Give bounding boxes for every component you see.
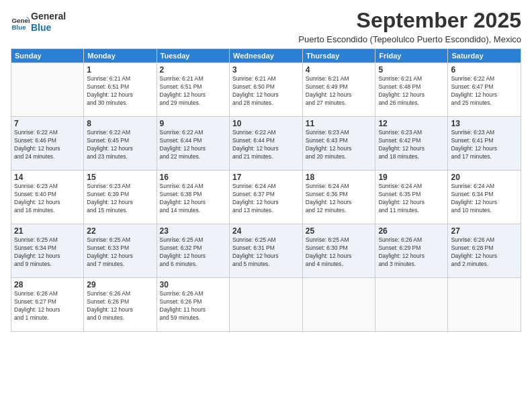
- logo-line2: Blue: [31, 22, 66, 34]
- day-number: 12: [378, 119, 445, 128]
- table-row: 13Sunrise: 6:23 AM Sunset: 6:41 PM Dayli…: [448, 117, 521, 171]
- day-info: Sunrise: 6:25 AM Sunset: 6:34 PM Dayligh…: [14, 236, 81, 269]
- day-number: 20: [451, 173, 518, 182]
- day-number: 7: [14, 119, 81, 128]
- day-number: 6: [451, 65, 518, 75]
- day-number: 23: [160, 226, 226, 236]
- day-info: Sunrise: 6:21 AM Sunset: 6:51 PM Dayligh…: [87, 75, 153, 107]
- day-info: Sunrise: 6:23 AM Sunset: 6:43 PM Dayligh…: [306, 129, 373, 161]
- table-row: [229, 278, 302, 332]
- day-info: Sunrise: 6:25 AM Sunset: 6:30 PM Dayligh…: [306, 236, 373, 269]
- day-number: 4: [306, 65, 373, 75]
- day-info: Sunrise: 6:25 AM Sunset: 6:32 PM Dayligh…: [160, 236, 226, 269]
- day-info: Sunrise: 6:21 AM Sunset: 6:49 PM Dayligh…: [306, 75, 373, 107]
- calendar-week-row: 7Sunrise: 6:22 AM Sunset: 6:46 PM Daylig…: [11, 117, 521, 171]
- day-info: Sunrise: 6:24 AM Sunset: 6:36 PM Dayligh…: [306, 183, 373, 215]
- day-info: Sunrise: 6:24 AM Sunset: 6:37 PM Dayligh…: [232, 183, 300, 215]
- table-row: 5Sunrise: 6:21 AM Sunset: 6:48 PM Daylig…: [375, 63, 448, 117]
- day-info: Sunrise: 6:26 AM Sunset: 6:26 PM Dayligh…: [87, 290, 153, 322]
- logo: General Blue General Blue: [11, 11, 66, 34]
- day-number: 10: [232, 119, 300, 128]
- table-row: 20Sunrise: 6:24 AM Sunset: 6:34 PM Dayli…: [448, 171, 521, 224]
- table-row: 16Sunrise: 6:24 AM Sunset: 6:38 PM Dayli…: [157, 171, 229, 224]
- table-row: 8Sunrise: 6:22 AM Sunset: 6:45 PM Daylig…: [84, 117, 157, 171]
- day-info: Sunrise: 6:22 AM Sunset: 6:44 PM Dayligh…: [232, 129, 300, 161]
- day-info: Sunrise: 6:26 AM Sunset: 6:26 PM Dayligh…: [160, 290, 226, 322]
- table-row: [11, 63, 84, 117]
- day-number: 9: [160, 119, 226, 128]
- table-row: 29Sunrise: 6:26 AM Sunset: 6:26 PM Dayli…: [84, 278, 157, 332]
- table-row: [375, 278, 448, 332]
- svg-text:Blue: Blue: [11, 24, 26, 31]
- table-row: 11Sunrise: 6:23 AM Sunset: 6:43 PM Dayli…: [302, 117, 375, 171]
- table-row: 24Sunrise: 6:25 AM Sunset: 6:31 PM Dayli…: [229, 224, 302, 278]
- header-monday: Monday: [84, 49, 157, 63]
- day-number: 30: [160, 280, 226, 289]
- day-number: 25: [306, 226, 373, 236]
- table-row: 18Sunrise: 6:24 AM Sunset: 6:36 PM Dayli…: [302, 171, 375, 224]
- calendar-week-row: 21Sunrise: 6:25 AM Sunset: 6:34 PM Dayli…: [11, 224, 521, 278]
- day-info: Sunrise: 6:21 AM Sunset: 6:48 PM Dayligh…: [378, 75, 445, 107]
- table-row: 27Sunrise: 6:26 AM Sunset: 6:28 PM Dayli…: [448, 224, 521, 278]
- logo-icon: General Blue: [11, 13, 30, 32]
- day-info: Sunrise: 6:25 AM Sunset: 6:33 PM Dayligh…: [87, 236, 153, 269]
- day-info: Sunrise: 6:23 AM Sunset: 6:42 PM Dayligh…: [378, 129, 445, 161]
- day-info: Sunrise: 6:26 AM Sunset: 6:29 PM Dayligh…: [378, 236, 445, 269]
- header-tuesday: Tuesday: [157, 49, 229, 63]
- table-row: 23Sunrise: 6:25 AM Sunset: 6:32 PM Dayli…: [157, 224, 229, 278]
- table-row: 17Sunrise: 6:24 AM Sunset: 6:37 PM Dayli…: [229, 171, 302, 224]
- day-info: Sunrise: 6:21 AM Sunset: 6:50 PM Dayligh…: [232, 75, 300, 107]
- day-number: 16: [160, 173, 226, 182]
- day-number: 14: [14, 173, 81, 182]
- day-info: Sunrise: 6:23 AM Sunset: 6:41 PM Dayligh…: [451, 129, 518, 161]
- day-info: Sunrise: 6:23 AM Sunset: 6:39 PM Dayligh…: [87, 183, 153, 215]
- table-row: [302, 278, 375, 332]
- day-number: 22: [87, 226, 153, 236]
- day-info: Sunrise: 6:26 AM Sunset: 6:27 PM Dayligh…: [14, 290, 81, 322]
- day-number: 1: [87, 65, 153, 75]
- header-sunday: Sunday: [11, 49, 84, 63]
- calendar-header-row: Sunday Monday Tuesday Wednesday Thursday…: [11, 49, 521, 63]
- day-info: Sunrise: 6:24 AM Sunset: 6:35 PM Dayligh…: [378, 183, 445, 215]
- location-subtitle: Puerto Escondido (Tepeolulco Puerto Esco…: [298, 34, 521, 44]
- day-info: Sunrise: 6:25 AM Sunset: 6:31 PM Dayligh…: [232, 236, 300, 269]
- day-number: 5: [378, 65, 445, 75]
- header-friday: Friday: [375, 49, 448, 63]
- day-info: Sunrise: 6:22 AM Sunset: 6:47 PM Dayligh…: [451, 75, 518, 107]
- table-row: 26Sunrise: 6:26 AM Sunset: 6:29 PM Dayli…: [375, 224, 448, 278]
- table-row: 25Sunrise: 6:25 AM Sunset: 6:30 PM Dayli…: [302, 224, 375, 278]
- table-row: [448, 278, 521, 332]
- title-section: September 2025 Puerto Escondido (Tepeolu…: [298, 8, 521, 44]
- day-number: 17: [232, 173, 300, 182]
- day-info: Sunrise: 6:22 AM Sunset: 6:45 PM Dayligh…: [87, 129, 153, 161]
- table-row: 7Sunrise: 6:22 AM Sunset: 6:46 PM Daylig…: [11, 117, 84, 171]
- day-info: Sunrise: 6:21 AM Sunset: 6:51 PM Dayligh…: [160, 75, 226, 107]
- table-row: 9Sunrise: 6:22 AM Sunset: 6:44 PM Daylig…: [157, 117, 229, 171]
- day-number: 15: [87, 173, 153, 182]
- day-info: Sunrise: 6:22 AM Sunset: 6:44 PM Dayligh…: [160, 129, 226, 161]
- calendar-week-row: 28Sunrise: 6:26 AM Sunset: 6:27 PM Dayli…: [11, 278, 521, 332]
- table-row: 12Sunrise: 6:23 AM Sunset: 6:42 PM Dayli…: [375, 117, 448, 171]
- month-title: September 2025: [298, 8, 521, 33]
- day-info: Sunrise: 6:24 AM Sunset: 6:38 PM Dayligh…: [160, 183, 226, 215]
- table-row: 2Sunrise: 6:21 AM Sunset: 6:51 PM Daylig…: [157, 63, 229, 117]
- day-number: 11: [306, 119, 373, 128]
- table-row: 28Sunrise: 6:26 AM Sunset: 6:27 PM Dayli…: [11, 278, 84, 332]
- calendar-week-row: 1Sunrise: 6:21 AM Sunset: 6:51 PM Daylig…: [11, 63, 521, 117]
- page-header: General Blue General Blue September 2025…: [11, 8, 521, 44]
- header-thursday: Thursday: [302, 49, 375, 63]
- header-saturday: Saturday: [448, 49, 521, 63]
- table-row: 19Sunrise: 6:24 AM Sunset: 6:35 PM Dayli…: [375, 171, 448, 224]
- day-number: 2: [160, 65, 226, 75]
- logo-line1: General: [31, 11, 66, 22]
- day-number: 13: [451, 119, 518, 128]
- day-number: 3: [232, 65, 300, 75]
- day-number: 19: [378, 173, 445, 182]
- day-number: 26: [378, 226, 445, 236]
- table-row: 4Sunrise: 6:21 AM Sunset: 6:49 PM Daylig…: [302, 63, 375, 117]
- day-number: 8: [87, 119, 153, 128]
- table-row: 15Sunrise: 6:23 AM Sunset: 6:39 PM Dayli…: [84, 171, 157, 224]
- table-row: 3Sunrise: 6:21 AM Sunset: 6:50 PM Daylig…: [229, 63, 302, 117]
- day-number: 29: [87, 280, 153, 289]
- table-row: 21Sunrise: 6:25 AM Sunset: 6:34 PM Dayli…: [11, 224, 84, 278]
